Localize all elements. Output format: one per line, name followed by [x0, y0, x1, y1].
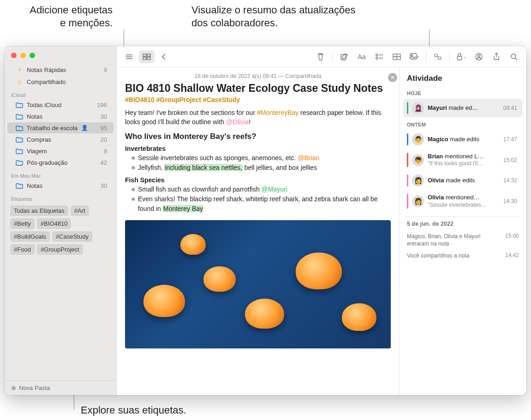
svg-rect-5: [143, 57, 146, 60]
minimize-window-button[interactable]: [20, 53, 26, 58]
view-list-button[interactable]: [121, 50, 137, 63]
sidebar: ⚡︎ Notas Rápidas 9 ☺︎ Compartilhado iClo…: [5, 46, 117, 395]
avatar: 👩: [412, 195, 424, 207]
sidebar-folder[interactable]: Viagem9: [7, 145, 113, 156]
new-folder-button[interactable]: ⊕ Nova Pasta: [5, 380, 116, 395]
svg-line-19: [437, 56, 439, 57]
activity-time: 15:02: [503, 157, 517, 163]
activity-color-bar: [407, 174, 408, 186]
sidebar-item-label: Viagem: [27, 148, 47, 155]
tag-chip[interactable]: #CaseStudy: [52, 231, 92, 242]
note-tags: #BIO4810 #GroupProject #CaseStudy: [125, 96, 391, 103]
sidebar-folder[interactable]: Pós-graduação42: [7, 157, 113, 168]
sidebar-item-count: 9: [104, 148, 107, 155]
delete-button[interactable]: [313, 50, 328, 63]
mention-mayuri[interactable]: @Mayuri: [262, 186, 287, 193]
activity-color-bar: [407, 153, 408, 167]
activity-row[interactable]: 👩Olivia made edits14:32: [403, 171, 523, 190]
hashtag[interactable]: #MontereyBay: [257, 109, 298, 116]
list-item: Small fish such as clownfish and parrotf…: [125, 185, 391, 194]
link-note-button[interactable]: [430, 50, 446, 63]
tag-chip[interactable]: #BIO4810: [37, 218, 72, 229]
sidebar-item-count: 95: [101, 125, 107, 132]
note-intro: Hey team! I've broken out the sections f…: [125, 108, 391, 127]
note-subheading: Invertebrates: [125, 145, 391, 152]
sidebar-shared[interactable]: ☺︎ Compartilhado: [7, 76, 113, 87]
sidebar-tags: Todas as Etiquetas#Art#Betty#BIO4810#Bui…: [5, 203, 116, 258]
avatar: 👩: [412, 174, 424, 186]
tag-chip[interactable]: #Food: [10, 244, 35, 255]
activity-row[interactable]: 🧕Mayuri made ed…09:41: [403, 99, 523, 117]
folder-icon: [16, 147, 23, 155]
sidebar-folder[interactable]: Notas30: [7, 111, 113, 122]
plus-circle-icon: ⊕: [11, 384, 16, 391]
activity-older-row: Você compartilhou a nota14:42: [400, 248, 526, 260]
sidebar-item-count: 196: [97, 102, 107, 108]
new-folder-label: Nova Pasta: [19, 384, 50, 391]
activity-title: Atividade: [400, 73, 526, 87]
activity-color-bar: [407, 133, 408, 145]
callout-explore-tags: Explore suas etiquetas.: [81, 404, 186, 417]
tag-chip[interactable]: #Art: [71, 205, 89, 216]
tag-chip[interactable]: #Betty: [10, 218, 35, 229]
activity-row[interactable]: 👨Magico made edits17:47: [403, 130, 523, 149]
activity-color-bar: [407, 194, 408, 208]
tag-chip[interactable]: Todas as Etiquetas: [10, 205, 68, 216]
activity-panel: Atividade HOJE🧕Mayuri made ed…09:41ONTEM…: [399, 67, 526, 395]
sidebar-folder[interactable]: Todas iCloud196: [7, 99, 113, 110]
note-heading: Who lives in Monterey Bay's reefs?: [125, 132, 391, 141]
close-activity-icon[interactable]: ✕: [388, 73, 397, 82]
media-button[interactable]: [406, 50, 422, 63]
format-text-button[interactable]: Aa: [354, 50, 370, 63]
sidebar-item-label: Trabalho de escola: [27, 125, 78, 132]
sidebar-section-header: Em Meu Mac: [5, 168, 116, 180]
close-window-button[interactable]: [11, 53, 17, 58]
folder-icon: [16, 124, 23, 132]
sidebar-folder[interactable]: Compras20: [7, 134, 113, 145]
note-subheading: Fish Species: [125, 176, 391, 184]
search-button[interactable]: [506, 50, 522, 63]
folder-icon: [16, 101, 23, 108]
svg-point-22: [478, 54, 480, 57]
svg-point-16: [412, 54, 413, 56]
sidebar-item-count: 42: [101, 159, 107, 166]
mention-brian[interactable]: @Brian: [298, 154, 319, 162]
list-item: Jellyfish, including black sea nettles, …: [125, 163, 391, 173]
shared-icon: 👤: [81, 125, 88, 131]
collaborate-button[interactable]: [471, 50, 487, 63]
activity-time: 17:47: [503, 136, 517, 143]
compose-button[interactable]: [336, 50, 352, 63]
activity-row[interactable]: 👦Brian mentioned L…"If this looks good I…: [403, 150, 523, 170]
activity-section-header: HOJE: [400, 87, 526, 98]
svg-rect-15: [410, 54, 417, 59]
tag-chip[interactable]: #GroupProject: [37, 244, 83, 255]
main-pane: Aa ⌄ ✕ 18 de outubro de 2022 à(s) 09:41 …: [117, 46, 526, 395]
activity-text: Olivia made edits: [428, 177, 500, 184]
mention-olivia[interactable]: @Olivia: [226, 118, 249, 126]
sidebar-section-header: iCloud: [5, 88, 116, 99]
svg-point-23: [511, 54, 516, 59]
activity-time: 14:32: [503, 177, 517, 184]
sidebar-quick-notes[interactable]: ⚡︎ Notas Rápidas 9: [7, 64, 113, 75]
table-button[interactable]: [389, 50, 405, 63]
svg-point-10: [376, 57, 378, 59]
sidebar-item-label: Todas iCloud: [27, 102, 61, 108]
activity-row[interactable]: 👩Olivia mentioned…"Sessile invertebrates…: [403, 191, 523, 211]
activity-time: 09:41: [503, 105, 517, 111]
checklist-button[interactable]: [371, 50, 387, 63]
zoom-window-button[interactable]: [30, 53, 35, 58]
back-button[interactable]: [156, 50, 172, 63]
share-button[interactable]: [489, 50, 504, 63]
sidebar-folder[interactable]: Trabalho de escola👤95: [7, 122, 113, 133]
note-image-jellyfish: [125, 220, 391, 348]
tag-chip[interactable]: #BuildGoals: [10, 231, 50, 242]
activity-text: Brian mentioned L…"If this looks good I'…: [428, 153, 500, 167]
sidebar-item-label: Notas: [27, 113, 42, 120]
sidebar-item-label: Pós-graduação: [27, 159, 67, 166]
note-editor[interactable]: ✕ 18 de outubro de 2022 à(s) 09:41 — Com…: [117, 67, 399, 395]
activity-text: Olivia mentioned…"Sessile invertebrates…: [428, 194, 500, 208]
sidebar-folder[interactable]: Notas30: [7, 180, 113, 191]
view-gallery-button[interactable]: [139, 50, 155, 63]
lock-button[interactable]: ⌄: [453, 50, 469, 63]
sidebar-item-count: 30: [101, 182, 107, 189]
